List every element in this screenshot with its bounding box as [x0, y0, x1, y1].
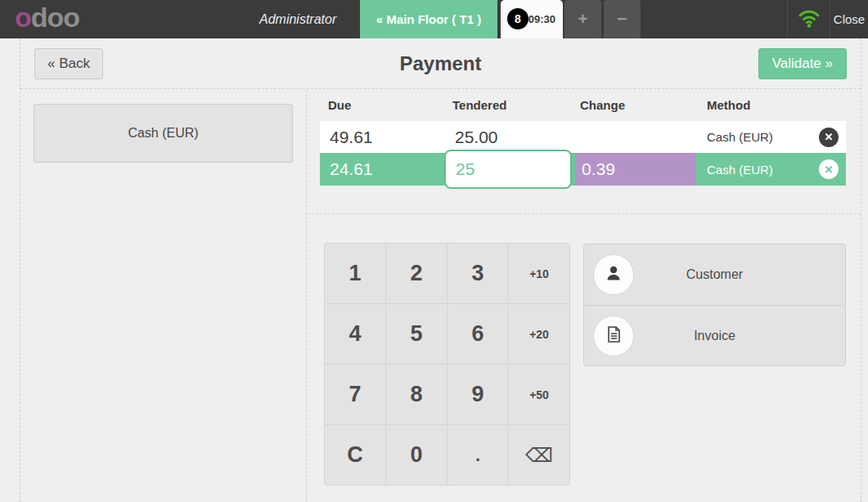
minus-icon: − [617, 9, 627, 28]
numpad-key-clear[interactable]: C [325, 425, 385, 485]
method-label: Cash (EUR) [707, 130, 819, 144]
topbar: odoo Administrator « Main Floor ( T1 ) 8… [0, 0, 868, 38]
order-tab[interactable]: 8 09:30 [501, 0, 563, 38]
payment-method-cell: Cash (EUR) ✕ [696, 121, 846, 153]
paymentlines-section: Due Tendered Change Method 49.61 25.00 [308, 90, 861, 214]
paymentlines-header: Due Tendered Change Method [320, 98, 846, 121]
payment-lower-area: 1 2 3 +10 4 5 6 +20 7 8 9 +50 C [308, 215, 861, 502]
numpad-key-6[interactable]: 6 [447, 304, 508, 364]
topbar-status-cluster: Close [787, 0, 868, 38]
payment-numpad: 1 2 3 +10 4 5 6 +20 7 8 9 +50 C [324, 243, 570, 486]
numpad-key-4[interactable]: 4 [325, 304, 385, 364]
column-header-change: Change [575, 98, 696, 121]
change-amount [575, 121, 696, 153]
numpad-key-backspace[interactable]: ⌫ [509, 425, 569, 485]
close-button[interactable]: Close [830, 0, 868, 38]
numpad-key-8[interactable]: 8 [386, 365, 447, 424]
validate-button[interactable]: Validate » [758, 48, 847, 79]
odoo-logo-first-letter: o [15, 2, 31, 33]
delete-icon: ✕ [825, 131, 834, 143]
remove-order-button[interactable]: − [604, 0, 641, 38]
delete-paymentline-button[interactable]: ✕ [819, 128, 839, 147]
numpad-key-plus10[interactable]: +10 [509, 244, 569, 303]
numpad-key-1[interactable]: 1 [325, 244, 385, 303]
column-header-tendered: Tendered [447, 98, 575, 121]
numpad-key-2[interactable]: 2 [386, 244, 447, 303]
change-amount: 0.39 [575, 153, 696, 186]
numpad-key-5[interactable]: 5 [386, 304, 447, 364]
method-label: Cash (EUR) [707, 163, 819, 177]
numpad-key-3[interactable]: 3 [447, 244, 508, 303]
numpad-key-decimal[interactable]: . [447, 425, 508, 485]
numpad-key-plus20[interactable]: +20 [509, 304, 569, 364]
payment-line-row-selected[interactable]: 24.61 0.39 Cash (EUR) ✕ [320, 153, 846, 186]
paymentlines-table: Due Tendered Change Method 49.61 25.00 [320, 98, 846, 186]
connection-status [787, 0, 830, 38]
payment-method-cell: Cash (EUR) ✕ [696, 153, 846, 186]
column-header-due: Due [320, 98, 447, 121]
backspace-icon: ⌫ [525, 444, 553, 467]
customer-button-label: Customer [584, 244, 845, 305]
numpad-key-plus50[interactable]: +50 [509, 365, 569, 424]
payment-header: « Back Payment Validate » [20, 38, 861, 89]
plus-icon: + [578, 9, 587, 28]
payment-methods-pane: Cash (EUR) [20, 90, 307, 502]
odoo-logo: odoo [15, 2, 79, 34]
payment-method-cash-button[interactable]: Cash (EUR) [34, 104, 293, 163]
order-time-label: 09:30 [528, 0, 555, 38]
invoice-button[interactable]: Invoice [584, 305, 845, 365]
payment-body: Cash (EUR) Due Tendered Change Method [20, 90, 861, 502]
wifi-icon [797, 7, 821, 32]
customer-button[interactable]: Customer [584, 244, 845, 305]
delete-icon: ✕ [825, 164, 834, 176]
payment-screen: « Back Payment Validate » Cash (EUR) Due… [0, 38, 868, 502]
tendered-cell [447, 153, 575, 186]
new-order-button[interactable]: + [564, 0, 601, 38]
order-count-badge: 8 [507, 8, 528, 29]
pos-payment-screen: odoo Administrator « Main Floor ( T1 ) 8… [0, 0, 868, 502]
payment-side-actions: Customer [583, 244, 846, 366]
numpad-key-0[interactable]: 0 [386, 425, 447, 485]
payment-line-row[interactable]: 49.61 25.00 Cash (EUR) ✕ [320, 121, 846, 153]
payment-right-pane: Due Tendered Change Method 49.61 25.00 [308, 90, 861, 502]
main-floor-button[interactable]: « Main Floor ( T1 ) [360, 0, 497, 38]
tendered-amount-input[interactable] [444, 150, 572, 189]
column-header-method: Method [696, 98, 846, 121]
numpad-key-7[interactable]: 7 [325, 365, 385, 424]
odoo-logo-rest: doo [31, 2, 79, 33]
username-label: Administrator [259, 0, 336, 38]
page-title: Payment [20, 38, 861, 89]
delete-paymentline-button[interactable]: ✕ [819, 159, 839, 179]
payment-screen-inner: « Back Payment Validate » Cash (EUR) Due… [20, 38, 861, 502]
invoice-button-label: Invoice [584, 306, 845, 366]
due-amount: 49.61 [320, 121, 447, 153]
tendered-amount: 25.00 [447, 121, 575, 153]
due-amount: 24.61 [320, 153, 447, 186]
numpad-key-9[interactable]: 9 [447, 365, 508, 424]
